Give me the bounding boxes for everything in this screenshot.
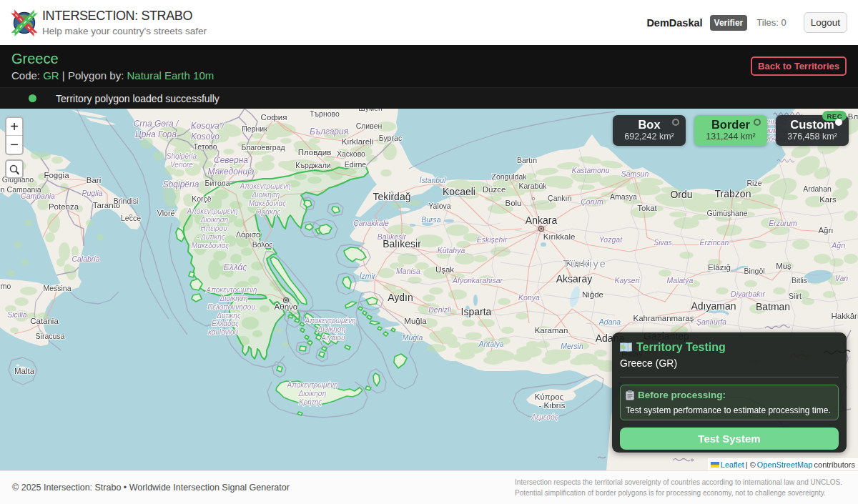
svg-text:İstanbul: İstanbul [420, 176, 446, 184]
svg-text:Благоевград: Благоевград [241, 143, 285, 152]
svg-text:Malta: Malta [14, 367, 35, 375]
svg-text:Zonguldak: Zonguldak [491, 172, 527, 181]
svg-text:Adana: Adana [598, 317, 621, 326]
svg-text:Kosova /: Kosova / [191, 121, 225, 131]
svg-text:Foggia: Foggia [44, 171, 69, 179]
svg-text:Хасково: Хасково [337, 149, 365, 158]
svg-text:Αποκεντρωμένη: Αποκεντρωμένη [240, 182, 291, 190]
svg-text:Çanakkale: Çanakkale [353, 219, 389, 227]
svg-text:Kastamonu: Kastamonu [571, 166, 609, 174]
svg-text:Calabria: Calabria [72, 255, 99, 263]
svg-text:Перник: Перник [242, 124, 267, 133]
svg-text:Северна: Северна [214, 155, 248, 165]
svg-text:Kırklareli: Kırklareli [342, 137, 374, 146]
svg-text:Κύπρος: Κύπρος [535, 392, 564, 401]
svg-text:Bartın: Bartın [517, 156, 537, 164]
svg-text:Αποκεντρωμένη: Αποκεντρωμένη [187, 207, 238, 215]
svg-text:Θράκης: Θράκης [256, 208, 281, 216]
svg-text:Bitlis: Bitlis [792, 276, 807, 285]
svg-text:Lecce: Lecce [121, 214, 141, 222]
svg-text:Afyonkarahisar: Afyonkarahisar [452, 276, 503, 285]
svg-text:Erzincan: Erzincan [700, 238, 729, 247]
svg-text:Kosovo: Kosovo [191, 132, 220, 142]
svg-text:Сливен: Сливен [356, 122, 383, 130]
svg-text:Yalova: Yalova [428, 202, 450, 210]
svg-text:Brindisi: Brindisi [114, 197, 138, 205]
svg-text:Uşak: Uşak [435, 265, 454, 274]
svg-text:Ardahan: Ardahan [803, 184, 832, 193]
svg-text:Ağrı: Ağrı [818, 226, 833, 234]
svg-text:Bingöl: Bingöl [744, 267, 764, 275]
svg-text:Gümüşhane: Gümüşhane [706, 209, 747, 217]
svg-text:- Δυτικής: - Δυτικής [197, 233, 225, 241]
svg-text:Kütahya: Kütahya [438, 246, 465, 255]
svg-text:Yozgat: Yozgat [599, 235, 623, 244]
svg-text:Siirt: Siirt [789, 292, 802, 300]
svg-text:Αποκεντρωμένη: Αποκεντρωμένη [287, 381, 338, 389]
svg-text:Tokat: Tokat [637, 204, 657, 212]
svg-text:και Ιονίου: και Ιονίου [208, 328, 239, 336]
svg-text:Düzce: Düzce [483, 185, 506, 194]
svg-text:Bolu: Bolu [505, 199, 521, 207]
svg-text:Црна Гора: Црна Гора [135, 129, 177, 139]
svg-text:Messina: Messina [43, 284, 71, 292]
svg-text:Karabük: Karabük [518, 182, 547, 190]
svg-text:Διοίκηση: Διοίκηση [317, 325, 346, 333]
svg-text:Vlorë: Vlorë [157, 209, 175, 217]
svg-text:Şanlıurfa: Şanlıurfa [696, 317, 726, 326]
svg-text:Shqipëria: Shqipëria [167, 152, 197, 160]
svg-text:Ankara: Ankara [526, 214, 558, 226]
svg-text:Ağrı: Ağrı [831, 241, 845, 249]
svg-text:Hakkâri: Hakkâri [832, 312, 858, 320]
svg-text:Adıyaman: Adıyaman [691, 300, 736, 312]
svg-text:Trabzon: Trabzon [715, 188, 751, 199]
svg-text:Кърджали: Кърджали [295, 161, 330, 169]
svg-text:Αιγαίου: Αιγαίου [321, 334, 345, 342]
svg-text:Βόλος: Βόλος [252, 240, 273, 249]
svg-text:Antalya: Antalya [478, 340, 503, 348]
svg-text:Catania: Catania [30, 317, 59, 325]
svg-text:İzmir: İzmir [360, 272, 376, 280]
svg-text:- Kıbrıs: - Kıbrıs [538, 401, 565, 410]
svg-text:Μακεδονίας: Μακεδονίας [249, 199, 286, 207]
svg-text:Kars: Kars [819, 195, 837, 204]
svg-text:Αποκεντρωμένη: Αποκεντρωμένη [206, 286, 257, 294]
svg-text:Aksaray: Aksaray [556, 273, 593, 285]
svg-text:Siracusa: Siracusa [36, 332, 65, 340]
svg-text:Erzurum: Erzurum [769, 219, 797, 227]
svg-text:Kahramanmaraş: Kahramanmaraş [633, 314, 694, 322]
svg-text:Çorum: Çorum [581, 197, 603, 206]
svg-text:Niğde: Niğde [582, 290, 603, 299]
svg-text:Shqipëria: Shqipëria [163, 179, 199, 189]
svg-text:Αθήνα: Αθήνα [275, 302, 298, 311]
svg-text:Crna Gora /: Crna Gora / [134, 119, 179, 129]
svg-text:Bari: Bari [87, 176, 101, 184]
svg-text:Пловдив: Пловдив [298, 148, 332, 157]
svg-text:Malatya: Malatya [667, 276, 694, 285]
svg-text:Aydın: Aydın [388, 292, 413, 303]
svg-text:Μακεδονίας: Μακεδονίας [192, 242, 229, 249]
svg-text:Eskişehir: Eskişehir [477, 235, 508, 244]
svg-text:Вл: Вл [848, 112, 858, 121]
svg-text:Puglia: Puglia [82, 189, 102, 197]
svg-text:Sivas: Sivas [654, 238, 672, 247]
svg-text:Αποκεντρωμένη: Αποκεντρωμένη [305, 317, 356, 325]
svg-text:Λεμεσός: Λεμεσός [531, 413, 558, 421]
svg-text:Türkiye: Türkiye [563, 258, 607, 270]
svg-text:Denizli: Denizli [428, 305, 451, 314]
svg-text:Sicilia: Sicilia [7, 310, 27, 319]
svg-text:Kayseri: Kayseri [614, 276, 640, 285]
svg-text:Çankırı: Çankırı [548, 194, 572, 202]
svg-text:Шумен: Шумен [358, 109, 383, 112]
svg-text:Търново: Търново [310, 109, 340, 118]
svg-text:Kırıkkale: Kırıkkale [543, 232, 576, 241]
svg-text:Edirne: Edirne [345, 160, 367, 169]
svg-text:Bursa: Bursa [421, 215, 441, 224]
svg-text:Ordu: Ordu [670, 189, 692, 200]
svg-text:Mersin: Mersin [561, 342, 583, 350]
svg-text:Κρήτης: Κρήτης [299, 398, 322, 406]
svg-text:Karaman: Karaman [535, 326, 568, 335]
svg-text:Muğla: Muğla [404, 317, 427, 325]
svg-text:Διοίκηση: Διοίκηση [298, 390, 327, 397]
svg-text:Van: Van [835, 274, 848, 282]
